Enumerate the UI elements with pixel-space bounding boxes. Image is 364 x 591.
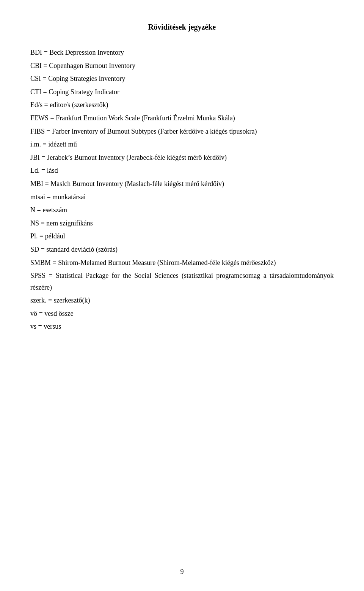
line-eds: Ed/s = editor/s (szerkesztők) [30, 99, 334, 111]
line-fibs: FIBS = Farber Inventory of Burnout Subty… [30, 126, 334, 137]
line-n: N = esetszám [30, 204, 334, 216]
line-sd: SD = standard deviáció (szórás) [30, 244, 334, 255]
line-szerk: szerk. = szerkesztő(k) [30, 295, 334, 306]
abbreviations-list: BDI = Beck Depression Inventory CBI = Co… [30, 47, 334, 333]
line-cbi: CBI = Copenhagen Burnout Inventory [30, 60, 334, 72]
line-spss: SPSS = Statistical Package for the Socia… [30, 270, 334, 293]
line-cti: CTI = Coping Strategy Indicator [30, 86, 334, 98]
line-ns: NS = nem szignifikáns [30, 217, 334, 229]
line-vs: vs = versus [30, 321, 334, 333]
line-csi: CSI = Coping Strategies Inventory [30, 73, 334, 85]
line-ld: Ld. = lásd [30, 165, 334, 177]
line-pl: Pl. = például [30, 230, 334, 242]
line-mtsai: mtsai = munkatársai [30, 191, 334, 203]
line-bdi: BDI = Beck Depression Inventory [30, 47, 334, 58]
line-fews: FEWS = Frankfurt Emotion Work Scale (Fra… [30, 112, 334, 124]
line-jbi: JBI = Jerabek’s Burnout Inventory (Jerab… [30, 152, 334, 164]
line-im: i.m. = idézett mű [30, 139, 334, 150]
line-smbm: SMBM = Shirom-Melamed Burnout Measure (S… [30, 257, 334, 269]
line-mbi: MBI = Maslch Burnout Inventory (Maslach-… [30, 178, 334, 190]
page-title: Rövidítések jegyzéke [30, 23, 334, 32]
line-vo: vö = vesd össze [30, 308, 334, 320]
page-number: 9 [180, 568, 184, 576]
page-container: Rövidítések jegyzéke BDI = Beck Depressi… [0, 0, 364, 591]
